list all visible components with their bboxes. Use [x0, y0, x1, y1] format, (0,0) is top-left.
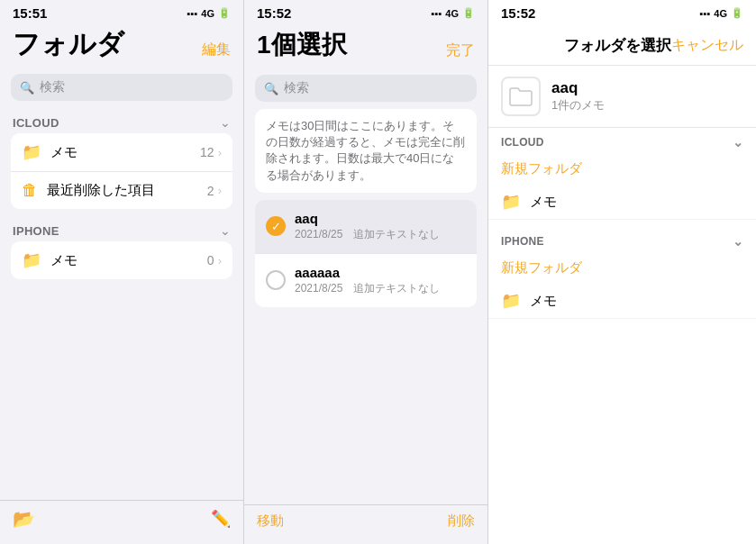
check-selected[interactable]: ✓: [266, 216, 286, 236]
search-placeholder-1: 検索: [40, 79, 65, 95]
list-item[interactable]: 📁 メモ 0 ›: [11, 241, 232, 279]
item-count: 12: [200, 145, 214, 159]
iphone-label: iPhone: [13, 224, 59, 238]
chevron-icon: ›: [218, 254, 222, 267]
icloud-section-3: ICLOUD ⌄: [488, 128, 756, 153]
network-3: 4G: [714, 8, 727, 19]
search-bar-2[interactable]: 🔍 検索: [255, 75, 477, 102]
header-1: フォルダ 編集: [0, 23, 243, 70]
signal-icon-1: ▪▪▪: [187, 8, 198, 19]
folder-label-iphone: メモ: [530, 293, 557, 310]
move-button[interactable]: 移動: [257, 512, 284, 530]
note-row[interactable]: aaaaaa 2021/8/25 追加テキストなし: [255, 254, 477, 307]
folder-preview: aaq 1件のメモ: [488, 66, 756, 128]
folder-label-icloud: メモ: [530, 194, 557, 211]
battery-icon-3: 🔋: [731, 7, 743, 19]
iphone-list: 📁 メモ 0 ›: [11, 241, 232, 279]
cancel-button[interactable]: キャンセル: [671, 36, 743, 55]
icloud-memo-item[interactable]: 📁 メモ: [488, 185, 756, 220]
search-icon-2: 🔍: [264, 82, 278, 95]
header-2: 1個選択 完了: [244, 23, 487, 71]
chevron-icon: ›: [218, 146, 222, 159]
signal-icon-2: ▪▪▪: [432, 8, 442, 19]
note-title: aaq: [295, 211, 440, 226]
item-count: 2: [207, 184, 214, 198]
item-label: メモ: [50, 252, 207, 269]
notes-list: ✓ aaq 2021/8/25 追加テキストなし aaaaaa 2021/8/2…: [255, 200, 477, 307]
iphone-new-folder-btn[interactable]: 新規フォルダ: [488, 252, 756, 284]
edit-button-1[interactable]: 編集: [202, 41, 231, 63]
panel-folders: 15:51 ▪▪▪ 4G 🔋 フォルダ 編集 🔍 検索 iCloud ⌄ 📁 メ…: [0, 0, 244, 544]
info-box: メモは30日間はここにあります。その日数が経過すると、メモは完全に削除されます。…: [255, 109, 477, 193]
status-bar-1: 15:51 ▪▪▪ 4G 🔋: [0, 0, 243, 23]
battery-icon-1: 🔋: [218, 7, 231, 19]
folder-icon: 📁: [22, 142, 41, 162]
icloud-section-header: iCloud ⌄: [0, 108, 243, 133]
preview-info: aaq 1件のメモ: [551, 79, 605, 113]
folder-icon-iphone: 📁: [501, 291, 521, 311]
note-subtitle: 2021/8/25 追加テキストなし: [295, 281, 440, 296]
compose-button[interactable]: ✏️: [211, 509, 231, 529]
item-label: メモ: [50, 144, 200, 161]
trash-icon: 🗑: [22, 181, 38, 200]
note-content: aaaaaa 2021/8/25 追加テキストなし: [295, 265, 440, 296]
chevron-icon: ›: [218, 184, 222, 197]
page-title-2: 1個選択: [257, 26, 347, 64]
modal-header: フォルダを選択 キャンセル: [488, 23, 756, 66]
icloud-label: iCloud: [13, 116, 59, 130]
icloud-list: 📁 メモ 12 › 🗑 最近削除した項目 2 ›: [11, 133, 232, 209]
status-bar-3: 15:52 ▪▪▪ 4G 🔋: [488, 0, 756, 23]
list-item[interactable]: 🗑 最近削除した項目 2 ›: [11, 172, 232, 209]
note-content: aaq 2021/8/25 追加テキストなし: [295, 211, 440, 242]
iphone-memo-item[interactable]: 📁 メモ: [488, 284, 756, 319]
battery-icon-2: 🔋: [462, 7, 475, 19]
network-1: 4G: [201, 8, 214, 19]
preview-count: 1件のメモ: [551, 97, 605, 113]
iphone-section-header: iPhone ⌄: [0, 216, 243, 241]
list-item[interactable]: 📁 メモ 12 ›: [11, 133, 232, 172]
note-title: aaaaaa: [295, 265, 440, 280]
panel-selection: 15:52 ▪▪▪ 4G 🔋 1個選択 完了 🔍 検索 メモは30日間はここにあ…: [244, 0, 488, 544]
time-2: 15:52: [257, 5, 291, 21]
search-bar-1[interactable]: 🔍 検索: [11, 74, 232, 101]
check-unselected[interactable]: [266, 270, 286, 290]
status-icons-1: ▪▪▪ 4G 🔋: [187, 7, 231, 19]
panel-folder-select: 15:52 ▪▪▪ 4G 🔋 フォルダを選択 キャンセル aaq 1件のメモ I…: [488, 0, 756, 544]
new-folder-button[interactable]: 📂: [13, 508, 35, 530]
network-2: 4G: [445, 8, 459, 19]
icloud-chevron-3[interactable]: ⌄: [733, 135, 743, 150]
time-1: 15:51: [13, 5, 47, 21]
folder-icon: 📁: [22, 250, 41, 270]
delete-button[interactable]: 削除: [448, 512, 475, 530]
status-icons-3: ▪▪▪ 4G 🔋: [700, 7, 743, 19]
time-3: 15:52: [501, 5, 535, 21]
iphone-label-3: IPHONE: [501, 235, 544, 248]
done-button[interactable]: 完了: [446, 41, 475, 64]
item-label: 最近削除した項目: [47, 182, 207, 199]
icloud-label-3: ICLOUD: [501, 136, 544, 149]
iphone-section-3: IPHONE ⌄: [488, 227, 756, 252]
info-text: メモは30日間はここにあります。その日数が経過すると、メモは完全に削除されます。…: [266, 119, 465, 182]
signal-icon-3: ▪▪▪: [700, 8, 711, 19]
iphone-chevron[interactable]: ⌄: [220, 223, 231, 238]
iphone-chevron-3[interactable]: ⌄: [733, 234, 743, 249]
status-icons-2: ▪▪▪ 4G 🔋: [432, 7, 475, 19]
bottom-bar-2: 移動 削除: [244, 504, 487, 544]
page-title-1: フォルダ: [13, 26, 124, 63]
note-subtitle: 2021/8/25 追加テキストなし: [295, 227, 440, 242]
note-row-selected[interactable]: ✓ aaq 2021/8/25 追加テキストなし: [255, 200, 477, 254]
preview-name: aaq: [551, 79, 605, 97]
item-count: 0: [207, 253, 214, 267]
icloud-chevron[interactable]: ⌄: [220, 115, 231, 130]
preview-folder-icon: [501, 77, 541, 116]
status-bar-2: 15:52 ▪▪▪ 4G 🔋: [244, 0, 487, 23]
search-icon-1: 🔍: [20, 81, 34, 95]
folder-icon-icloud: 📁: [501, 192, 521, 212]
bottom-bar-1: 📂 ✏️: [0, 500, 243, 544]
search-placeholder-2: 検索: [284, 80, 309, 96]
modal-title: フォルダを選択: [564, 35, 671, 56]
icloud-new-folder-btn[interactable]: 新規フォルダ: [488, 153, 756, 185]
